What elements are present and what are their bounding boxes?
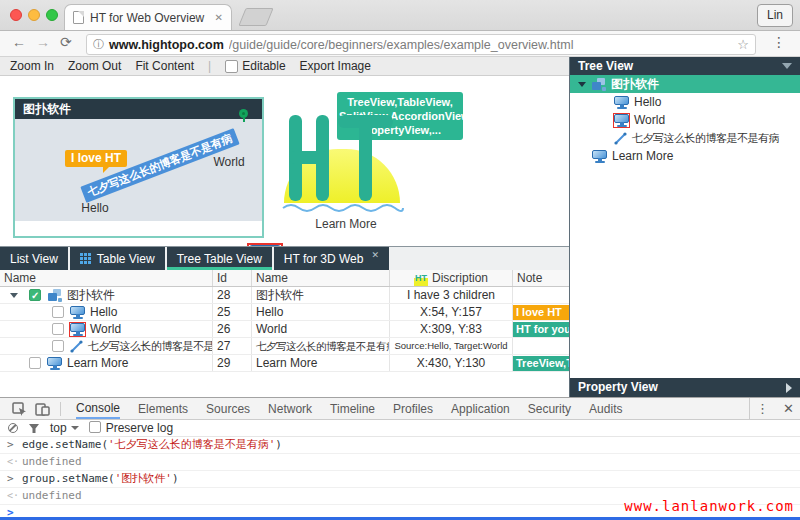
table-row[interactable]: Learn More 29 Learn More X:430, Y:130 Tr… <box>0 355 569 372</box>
graph-view[interactable]: 图扑软件 Hello I love HT World 七夕写这么长的博客是不是有… <box>0 77 569 247</box>
tree-item-hello[interactable]: Hello <box>570 93 800 111</box>
col-header-id[interactable]: Id <box>213 270 252 286</box>
col-header-name[interactable]: Name <box>0 270 213 286</box>
toolbar-divider: | <box>208 59 211 73</box>
table-header-row: Name Id Name HT Discription Note <box>0 270 569 287</box>
console-toolbar: top Preserve log <box>0 420 800 437</box>
devtools-menu-icon[interactable]: ⋮ <box>756 401 769 416</box>
profile-button[interactable]: Lin <box>757 4 793 27</box>
col-header-name2[interactable]: Name <box>252 270 390 286</box>
devtools-tab-security[interactable]: Security <box>528 398 571 419</box>
tab-ht-for-3d-web-label: HT for 3D Web <box>284 252 364 266</box>
devtools-tab-console[interactable]: Console <box>76 398 120 419</box>
expander-icon[interactable] <box>578 82 586 87</box>
property-view-header[interactable]: Property View <box>570 378 800 397</box>
row-checkbox[interactable] <box>52 306 64 318</box>
browser-navbar: www.hightopo.com /guide/guide/core/begin… <box>0 31 800 57</box>
property-view-title: Property View <box>578 380 658 394</box>
chevron-down-icon <box>71 426 79 430</box>
zoom-out-button[interactable]: Zoom Out <box>68 59 121 73</box>
row-label: 图扑软件 <box>67 287 115 303</box>
forward-icon[interactable] <box>36 34 50 50</box>
devtools-tab-timeline[interactable]: Timeline <box>330 398 375 419</box>
close-window-button[interactable] <box>10 9 22 21</box>
back-icon[interactable] <box>12 34 26 50</box>
tab-list-view[interactable]: List View <box>0 247 68 270</box>
zoom-in-button[interactable]: Zoom In <box>10 59 54 73</box>
console-result-line: undefined <box>0 454 800 471</box>
tree-item-world[interactable]: World <box>570 111 800 129</box>
row-label: Learn More <box>67 355 128 371</box>
table-row[interactable]: 图扑软件 28 图扑软件 I have 3 children <box>0 287 569 304</box>
browser-menu-icon[interactable] <box>772 34 786 50</box>
cell-name: 图扑软件 <box>252 287 390 303</box>
refresh-icon[interactable] <box>60 34 72 50</box>
address-bar[interactable]: www.hightopo.com /guide/guide/core/begin… <box>86 34 756 55</box>
preserve-log-label: Preserve log <box>106 421 173 435</box>
preserve-log-checkbox[interactable]: Preserve log <box>89 421 173 435</box>
bookmark-star-icon[interactable] <box>737 37 749 52</box>
tab-close-icon[interactable]: ✕ <box>371 250 379 260</box>
page-icon <box>73 11 84 24</box>
tab-close-icon[interactable]: ✕ <box>215 12 223 23</box>
devtools-tab-audits[interactable]: Audits <box>589 398 622 419</box>
table-row[interactable]: 七夕写这么长的博客是不是有病 27 七夕写这么长的博客是不是有病 Source:… <box>0 338 569 355</box>
devtools-tab-elements[interactable]: Elements <box>138 398 188 419</box>
row-checkbox[interactable] <box>52 323 64 335</box>
views-callout-line1: TreeView,TableView, <box>339 95 461 109</box>
tree-item-label: Learn More <box>612 149 673 163</box>
device-toolbar-icon[interactable] <box>35 402 50 416</box>
tree-item-label: 图扑软件 <box>611 76 659 93</box>
row-checkbox[interactable] <box>29 357 41 369</box>
filter-funnel-icon[interactable] <box>28 423 40 434</box>
editable-checkbox-box[interactable] <box>225 60 238 73</box>
tree-item-edge[interactable]: 七夕写这么长的博客是不是有病 <box>570 129 800 147</box>
right-panel: Tree View 图扑软件 Hello World 七夕写这么长的博客是不是有… <box>569 57 800 397</box>
devtools-tab-sources[interactable]: Sources <box>206 398 250 419</box>
editable-checkbox[interactable]: Editable <box>225 59 285 73</box>
tab-tree-table-view[interactable]: Tree Table View <box>167 247 272 270</box>
zoom-window-button[interactable] <box>46 9 58 21</box>
table-row[interactable]: World 26 World X:309, Y:83 HT for your <box>0 321 569 338</box>
inspect-element-icon[interactable] <box>12 402 27 416</box>
tab-ht-for-3d-web[interactable]: HT for 3D Web✕ <box>274 247 389 270</box>
editable-label: Editable <box>242 59 285 73</box>
console-prompt-icon <box>7 437 14 453</box>
cell-id: 29 <box>213 355 252 371</box>
row-label: Hello <box>90 304 117 320</box>
clear-console-icon[interactable] <box>8 423 18 433</box>
devtools-tab-application[interactable]: Application <box>451 398 510 419</box>
tree-view-header[interactable]: Tree View <box>570 57 800 75</box>
edge-icon <box>70 340 83 353</box>
url-host: www.hightopo.com <box>109 38 224 52</box>
grid-icon <box>80 253 91 264</box>
tab-table-view[interactable]: Table View <box>70 247 165 270</box>
watermark: www.lanlanwork.com <box>624 498 794 514</box>
collapse-caret-icon[interactable] <box>782 63 792 69</box>
export-image-button[interactable]: Export Image <box>300 59 371 73</box>
devtools-tab-network[interactable]: Network <box>268 398 312 419</box>
row-checkbox[interactable] <box>29 289 41 301</box>
new-tab-button[interactable] <box>238 8 273 26</box>
table-row[interactable]: Hello 25 Hello X:54, Y:157 I love HT <box>0 304 569 321</box>
ht-logo-wave <box>282 201 404 213</box>
learn-more-node-label[interactable]: Learn More <box>296 217 396 231</box>
fit-content-button[interactable]: Fit Content <box>135 59 194 73</box>
browser-tab[interactable]: HT for Web Overview ✕ <box>64 4 232 30</box>
info-icon[interactable] <box>93 37 104 52</box>
expand-arrow-icon[interactable] <box>786 383 792 393</box>
view-tabbar: List View Table View Tree Table View HT … <box>0 247 569 270</box>
devtools-close-icon[interactable]: ✕ <box>783 401 794 416</box>
col-header-note[interactable]: Note <box>513 270 569 286</box>
context-selector[interactable]: top <box>50 421 79 435</box>
expander-icon[interactable] <box>10 293 18 298</box>
minimize-window-button[interactable] <box>28 9 40 21</box>
row-checkbox[interactable] <box>52 340 64 352</box>
devtools-tab-profiles[interactable]: Profiles <box>393 398 433 419</box>
cell-note: TreeView,Ta <box>513 355 569 371</box>
col-header-discription[interactable]: HT Discription <box>390 270 513 286</box>
tree-item-group[interactable]: 图扑软件 <box>570 75 800 93</box>
hello-callout[interactable]: I love HT <box>65 150 127 167</box>
preserve-log-checkbox-box[interactable] <box>89 421 101 433</box>
tree-item-learn-more[interactable]: Learn More <box>570 147 800 165</box>
